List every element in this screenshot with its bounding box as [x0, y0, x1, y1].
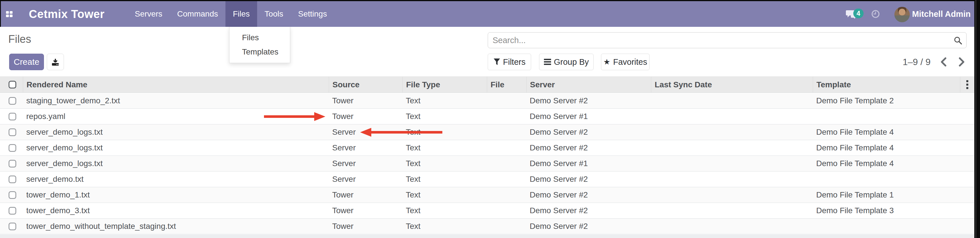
red-arrow-pointing-right — [264, 111, 325, 122]
cell-file — [487, 171, 526, 187]
cell-server: Demo Server #2 — [526, 187, 651, 203]
cell-server: Demo Server #2 — [526, 171, 651, 187]
import-button[interactable] — [47, 54, 64, 70]
cell-file — [487, 156, 526, 171]
search-input[interactable] — [488, 33, 966, 48]
cell-source: Tower — [329, 203, 402, 218]
create-button[interactable]: Create — [9, 54, 44, 70]
activities-clock-icon[interactable] — [871, 1, 880, 27]
cell-last-sync-date — [651, 156, 813, 171]
column-header-template[interactable]: Template — [813, 77, 960, 92]
cell-file-type: Text — [402, 203, 487, 218]
pager-range: 1–9 / 9 — [903, 57, 931, 67]
table-row[interactable]: tower_demo_1.txtTowerTextDemo Server #2D… — [0, 187, 974, 203]
cell-rendered-name: server_demo_logs.txt — [23, 140, 329, 155]
column-header-last-sync-date[interactable]: Last Sync Date — [651, 77, 813, 92]
pager-previous-icon[interactable] — [940, 57, 947, 67]
table-row[interactable]: server_demo_logs.txtServerTextDemo Serve… — [0, 156, 974, 171]
cell-spacer — [960, 219, 974, 234]
cell-source: Tower — [329, 93, 402, 108]
user-avatar[interactable] — [894, 7, 910, 22]
cell-last-sync-date — [651, 203, 813, 218]
apps-grid-icon[interactable] — [6, 11, 13, 17]
cell-template: Demo File Template 1 — [813, 187, 960, 203]
row-checkbox[interactable] — [9, 176, 16, 183]
table-row[interactable]: staging_tower_demo_2.txtTowerTextDemo Se… — [0, 93, 974, 109]
favorites-button[interactable]: ★ Favorites — [601, 54, 649, 70]
cell-file — [487, 109, 526, 124]
cell-source: Tower — [329, 109, 402, 124]
search-icon[interactable] — [954, 36, 962, 46]
row-checkbox[interactable] — [9, 191, 16, 199]
table-footer-strip — [0, 235, 974, 238]
cetmix-tower-files-page: Cetmix Tower ServersCommandsFilesToolsSe… — [0, 0, 980, 238]
cell-file-type: Text — [402, 156, 487, 171]
nav-item-servers[interactable]: Servers — [127, 1, 170, 27]
row-checkbox[interactable] — [9, 222, 16, 230]
window-right-edge — [974, 0, 980, 238]
table-row[interactable]: tower_demo_without_template_staging.txtT… — [0, 219, 974, 234]
cell-spacer — [960, 203, 974, 218]
cell-spacer — [960, 93, 974, 108]
select-all-checkbox[interactable] — [9, 81, 16, 89]
cell-file — [487, 124, 526, 140]
row-checkbox[interactable] — [9, 207, 16, 214]
cell-spacer — [960, 171, 974, 187]
row-select-cell — [0, 109, 23, 124]
cell-source: Tower — [329, 219, 402, 234]
row-select-cell — [0, 171, 23, 187]
table-row[interactable]: repos.yamlTowerTextDemo Server #1 — [0, 109, 974, 124]
cell-template — [813, 219, 960, 234]
column-header-rendered-name[interactable]: Rendered Name — [23, 77, 329, 92]
cell-server: Demo Server #2 — [526, 140, 651, 155]
filter-funnel-icon — [493, 58, 500, 66]
pager-next-icon[interactable] — [959, 57, 965, 67]
row-select-cell — [0, 203, 23, 218]
cell-template — [813, 109, 960, 124]
app-brand[interactable]: Cetmix Tower — [29, 8, 105, 21]
cell-file-type: Text — [402, 171, 487, 187]
cell-rendered-name: staging_tower_demo_2.txt — [23, 93, 329, 108]
nav-item-files[interactable]: Files — [226, 1, 257, 27]
star-icon: ★ — [603, 58, 610, 66]
cell-last-sync-date — [651, 140, 813, 155]
cell-spacer — [960, 140, 974, 155]
dropdown-item-templates[interactable]: Templates — [229, 45, 290, 59]
optional-columns-icon[interactable] — [966, 84, 968, 86]
table-row[interactable]: tower_demo_3.txtTowerTextDemo Server #2D… — [0, 203, 974, 219]
optional-columns-cell — [960, 77, 974, 92]
cell-source: Server — [329, 140, 402, 155]
cell-spacer — [960, 109, 974, 124]
row-select-cell — [0, 124, 23, 140]
user-menu[interactable]: Mitchell Admin — [912, 1, 970, 27]
row-checkbox[interactable] — [9, 144, 16, 152]
nav-item-tools[interactable]: Tools — [257, 1, 291, 27]
row-checkbox[interactable] — [9, 129, 16, 136]
cell-spacer — [960, 187, 974, 203]
column-header-file[interactable]: File — [487, 77, 526, 92]
row-checkbox[interactable] — [9, 113, 16, 121]
table-row[interactable]: server_demo_logs.txtServerTextDemo Serve… — [0, 140, 974, 156]
row-checkbox[interactable] — [9, 97, 16, 105]
table-row[interactable]: server_demo.txtServerTextDemo Server #2 — [0, 171, 974, 187]
column-header-file-type[interactable]: File Type — [402, 77, 487, 92]
cell-last-sync-date — [651, 187, 813, 203]
row-checkbox[interactable] — [9, 160, 16, 168]
cell-file-type: Text — [402, 187, 487, 203]
group-by-bars-icon — [544, 59, 551, 65]
cell-last-sync-date — [651, 171, 813, 187]
cell-server: Demo Server #1 — [526, 156, 651, 171]
cell-template: Demo File Template 3 — [813, 203, 960, 218]
group-by-button[interactable]: Group By — [539, 54, 593, 70]
dropdown-item-files[interactable]: Files — [229, 30, 290, 45]
column-header-source[interactable]: Source — [329, 77, 402, 92]
cell-template — [813, 171, 960, 187]
nav-item-settings[interactable]: Settings — [291, 1, 334, 27]
nav-item-commands[interactable]: Commands — [170, 1, 226, 27]
column-header-server[interactable]: Server — [526, 77, 651, 92]
cell-file-type: Text — [402, 109, 487, 124]
row-select-cell — [0, 219, 23, 234]
cell-rendered-name: server_demo.txt — [23, 171, 329, 187]
filters-button[interactable]: Filters — [488, 54, 531, 70]
table-row[interactable]: server_demo_logs.txtServerTextDemo Serve… — [0, 124, 974, 140]
